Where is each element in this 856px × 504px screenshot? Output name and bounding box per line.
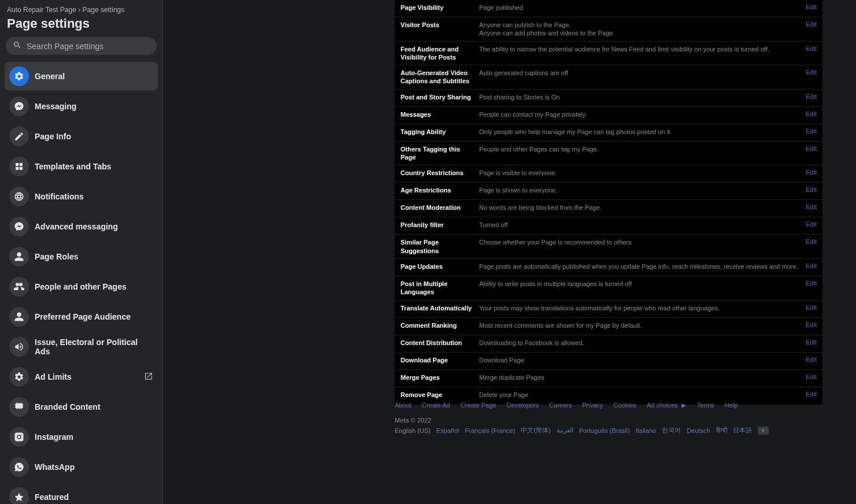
setting-value: Your posts may show translations automat… xyxy=(479,304,800,312)
edit-link[interactable]: Edit xyxy=(800,145,817,152)
edit-link[interactable]: Edit xyxy=(800,221,817,228)
setting-value: Page is shown to everyone. xyxy=(479,186,800,194)
breadcrumb-section[interactable]: Page settings xyxy=(83,6,125,14)
sidebar-item-messaging[interactable]: Messaging xyxy=(5,92,158,121)
edit-link[interactable]: Edit xyxy=(800,110,817,117)
edit-link[interactable]: Edit xyxy=(800,21,817,28)
setting-row: Comment RankingMost recent comments are … xyxy=(395,318,822,335)
footer-language[interactable]: Français (France) xyxy=(465,427,516,434)
sidebar-item-label: WhatsApp xyxy=(35,462,153,472)
footer-language[interactable]: Español xyxy=(436,427,460,434)
edit-link[interactable]: Edit xyxy=(800,391,817,398)
footer-link[interactable]: Developers xyxy=(506,402,539,409)
messenger-icon xyxy=(9,97,29,116)
footer-link[interactable]: Terms xyxy=(697,402,714,409)
footer-link[interactable]: Careers xyxy=(549,402,572,409)
edit-link[interactable]: Edit xyxy=(800,186,817,193)
footer-language[interactable]: 日本語 xyxy=(733,426,752,435)
setting-row: Post and Story SharingPost sharing to St… xyxy=(395,90,822,107)
footer-language[interactable]: العربية xyxy=(557,427,573,434)
setting-label: Tagging Ability xyxy=(401,128,479,136)
footer-link[interactable]: Help xyxy=(725,402,738,409)
edit-link[interactable]: Edit xyxy=(800,339,817,346)
footer-language[interactable]: Português (Brasil) xyxy=(579,427,630,434)
footer-language[interactable]: 한국어 xyxy=(662,426,681,435)
setting-value: Downloading to Facebook is allowed. xyxy=(479,339,800,347)
footer-link[interactable]: Create Page xyxy=(461,402,496,409)
footer-link[interactable]: Cookies xyxy=(613,402,636,409)
sidebar-item-whatsapp[interactable]: WhatsApp xyxy=(5,453,158,481)
search-icon xyxy=(13,40,22,51)
edit-link[interactable]: Edit xyxy=(800,373,817,380)
edit-link[interactable]: Edit xyxy=(800,69,817,76)
footer-language[interactable]: हिन्दी xyxy=(716,427,727,434)
sidebar-item-label: People and other Pages xyxy=(35,282,153,291)
sidebar-item-page-roles[interactable]: Page Roles xyxy=(5,242,158,271)
sidebar-item-branded-content[interactable]: Branded Content xyxy=(5,392,158,421)
breadcrumb-page-name[interactable]: Auto Repair Test Page xyxy=(7,6,76,14)
language-add-button[interactable]: + xyxy=(758,427,769,435)
footer-language[interactable]: Italiano xyxy=(636,427,656,434)
setting-value: Auto-generated captions are off xyxy=(479,69,800,77)
sidebar-item-ad-limits[interactable]: Ad Limits xyxy=(5,362,158,391)
sidebar-item-label: Page Roles xyxy=(35,252,153,261)
footer-link[interactable]: Ad choices xyxy=(647,402,687,409)
sidebar-item-templates-tabs[interactable]: Templates and Tabs xyxy=(5,152,158,181)
search-input-wrap[interactable] xyxy=(6,37,157,55)
setting-label: Content Moderation xyxy=(401,203,479,212)
footer-language[interactable]: 中文(简体) xyxy=(521,426,550,435)
sidebar-item-label: Issue, Electoral or Political Ads xyxy=(35,338,153,356)
sidebar-item-label: Branded Content xyxy=(35,402,153,412)
edit-link[interactable]: Edit xyxy=(800,3,817,10)
messenger-icon xyxy=(9,217,29,236)
person-icon xyxy=(9,247,29,266)
edit-link[interactable]: Edit xyxy=(800,321,817,328)
footer: AboutCreate AdCreate PageDevelopersCaree… xyxy=(395,402,822,435)
setting-row: MessagesPeople can contact my Page priva… xyxy=(395,107,822,124)
gear-icon xyxy=(9,367,29,387)
edit-link[interactable]: Edit xyxy=(800,356,817,363)
setting-label: Remove Page xyxy=(401,391,479,399)
sidebar-item-featured[interactable]: Featured xyxy=(5,483,158,504)
edit-link[interactable]: Edit xyxy=(800,304,817,311)
setting-label: Messages xyxy=(401,110,479,118)
setting-value: Anyone can publish to the Page. Anyone c… xyxy=(479,21,800,38)
footer-language[interactable]: Deutsch xyxy=(687,427,710,434)
person-icon xyxy=(9,307,29,327)
search-input[interactable] xyxy=(27,42,150,51)
sidebar-item-notifications[interactable]: Notifications xyxy=(5,182,158,211)
footer-link[interactable]: Create Ad xyxy=(422,402,450,409)
sidebar-item-page-info[interactable]: Page Info xyxy=(5,122,158,151)
sidebar-item-label: Instagram xyxy=(35,432,153,442)
footer-link[interactable]: Privacy xyxy=(582,402,603,409)
edit-link[interactable]: Edit xyxy=(800,238,817,245)
sidebar-item-preferred-audience[interactable]: Preferred Page Audience xyxy=(5,302,158,331)
setting-label: Page Visibility xyxy=(401,3,479,12)
edit-link[interactable]: Edit xyxy=(800,280,817,287)
sidebar-item-label: Page Info xyxy=(35,132,153,141)
sidebar-item-general[interactable]: General xyxy=(5,62,158,91)
edit-link[interactable]: Edit xyxy=(800,45,817,52)
footer-link[interactable]: About xyxy=(395,402,412,409)
edit-link[interactable]: Edit xyxy=(800,262,817,269)
footer-links: AboutCreate AdCreate PageDevelopersCaree… xyxy=(395,402,822,409)
edit-link[interactable]: Edit xyxy=(800,203,817,210)
edit-link[interactable]: Edit xyxy=(800,93,817,100)
sidebar-item-instagram[interactable]: Instagram xyxy=(5,423,158,451)
sidebar-item-issue-ads[interactable]: Issue, Electoral or Political Ads xyxy=(5,332,158,361)
setting-label: Feed Audience and Visibility for Posts xyxy=(401,45,479,62)
sidebar-item-label: Messaging xyxy=(35,102,153,111)
grid-icon xyxy=(9,157,29,176)
edit-link[interactable]: Edit xyxy=(800,128,817,135)
setting-label: Others Tagging this Page xyxy=(401,145,479,162)
handshake-icon xyxy=(9,397,29,417)
setting-row: Content DistributionDownloading to Faceb… xyxy=(395,335,822,353)
edit-link[interactable]: Edit xyxy=(800,169,817,176)
gear-icon xyxy=(9,66,29,86)
sidebar-item-advanced-messaging[interactable]: Advanced messaging xyxy=(5,212,158,241)
setting-label: Age Restrictions xyxy=(401,186,479,194)
external-link-icon xyxy=(144,372,153,383)
sidebar-item-people-other-pages[interactable]: People and other Pages xyxy=(5,272,158,301)
setting-row: Download PageDownload PageEdit xyxy=(395,353,822,370)
setting-label: Visitor Posts xyxy=(401,21,479,29)
